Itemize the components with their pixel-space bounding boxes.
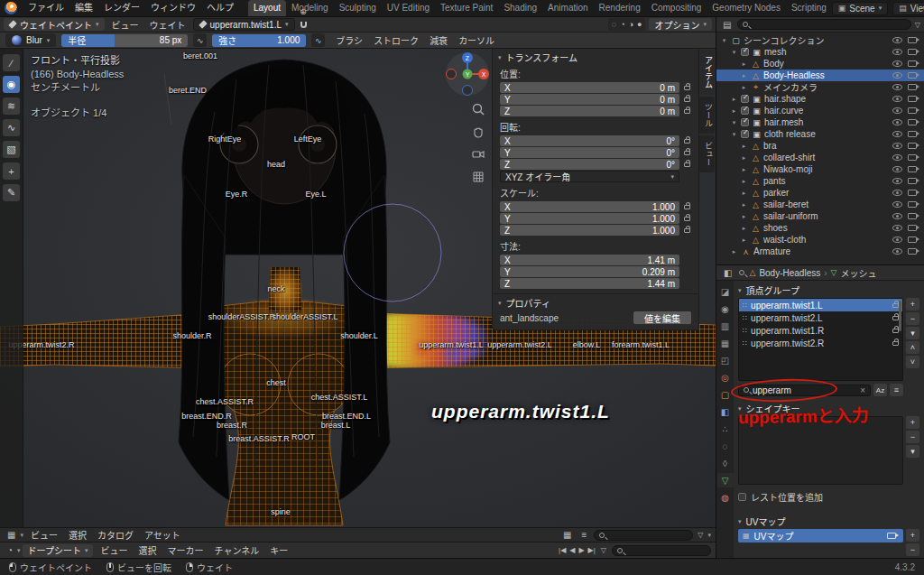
asset-menu-0[interactable]: ビュー <box>25 531 63 541</box>
draw-tool[interactable]: ∕ <box>3 54 20 71</box>
expand-arrow-icon[interactable]: ▸ <box>740 190 748 197</box>
lock-icon[interactable] <box>684 217 690 221</box>
number-field-y[interactable]: Y0° <box>500 147 679 158</box>
hide-viewport-icon[interactable] <box>892 131 902 137</box>
disable-render-icon[interactable] <box>908 236 917 243</box>
jump-end-icon[interactable]: ▶| <box>588 546 596 554</box>
hide-viewport-icon[interactable] <box>892 166 902 172</box>
hide-viewport-icon[interactable] <box>892 72 902 79</box>
disable-render-icon[interactable] <box>908 37 917 43</box>
workspace-tab-uv-editing[interactable]: UV Editing <box>382 0 435 16</box>
move-group-up-button[interactable]: ˄ <box>906 341 919 354</box>
disable-render-icon[interactable] <box>908 166 917 172</box>
workspace-tab-animation[interactable]: Animation <box>542 0 593 16</box>
view-layer-selector[interactable]: ▤ View Layer ▾ <box>892 2 924 15</box>
outliner-row-sailar-beret[interactable]: ▸△sailar-beret <box>716 199 924 210</box>
disable-render-icon[interactable] <box>908 107 917 114</box>
add-uv-map-button[interactable]: + <box>906 529 919 542</box>
blender-logo-icon[interactable] <box>5 2 17 14</box>
smear-tool[interactable]: ∿ <box>3 119 20 136</box>
hide-viewport-icon[interactable] <box>892 225 902 231</box>
hide-viewport-icon[interactable] <box>892 107 902 114</box>
scrollbar[interactable] <box>899 301 901 331</box>
disable-render-icon[interactable] <box>908 96 917 102</box>
n-panel-tab-ツール[interactable]: ツール <box>699 97 715 134</box>
outliner-row-shoes[interactable]: ▸△shoes <box>716 222 924 234</box>
lock-icon[interactable] <box>892 316 899 320</box>
hide-viewport-icon[interactable] <box>892 84 902 90</box>
tab-physics[interactable]: ◌ <box>717 439 734 453</box>
breadcrumb-item[interactable]: メッシュ <box>840 266 876 280</box>
lock-icon[interactable] <box>684 151 690 155</box>
shape-key-specials-button[interactable]: ▾ <box>906 445 919 458</box>
workspace-tab-rendering[interactable]: Rendering <box>594 0 646 16</box>
collection-checkbox[interactable] <box>741 107 749 115</box>
expand-arrow-icon[interactable]: ▾ <box>720 37 728 44</box>
number-field-z[interactable]: Z0 m <box>500 106 679 116</box>
n-panel-tab-アイテム[interactable]: アイテム <box>699 50 715 95</box>
outliner-editor-icon[interactable]: ▤ <box>720 20 734 30</box>
hide-viewport-icon[interactable] <box>892 190 902 196</box>
sample-weight-tool[interactable]: + <box>3 162 20 180</box>
tab-data[interactable]: ▽ <box>717 473 734 487</box>
render-active-icon[interactable] <box>887 533 896 539</box>
tab-material[interactable]: ◍ <box>717 490 734 505</box>
remove-uv-map-button[interactable]: − <box>906 543 919 556</box>
outliner-row-Body[interactable]: ▸△Body <box>716 58 924 70</box>
breadcrumb-item[interactable]: Body-Headless <box>759 268 820 278</box>
disable-render-icon[interactable] <box>908 143 917 149</box>
gradient-tool[interactable]: ▧ <box>3 141 20 158</box>
hide-viewport-icon[interactable] <box>892 236 902 243</box>
vertex-group-search-field[interactable]: × <box>738 385 871 396</box>
zoom-icon[interactable] <box>470 101 485 116</box>
play-reverse-icon[interactable]: ◀ <box>569 546 575 554</box>
disable-render-icon[interactable] <box>908 201 917 208</box>
expand-arrow-icon[interactable]: ▸ <box>740 84 748 91</box>
tool-menu-1[interactable]: ストローク <box>368 36 424 46</box>
outliner-row-bra[interactable]: ▸△bra <box>716 140 924 152</box>
options-dropdown[interactable]: オプション ▾ <box>649 18 712 31</box>
outliner-row-メインカメラ[interactable]: ▸⌖メインカメラ <box>716 81 924 93</box>
tool-menu-0[interactable]: ブラシ <box>330 36 368 46</box>
lock-icon[interactable] <box>892 341 899 346</box>
strength-pressure-button[interactable]: ∿ <box>311 33 325 47</box>
tab-constraints[interactable]: ◊ <box>717 456 734 470</box>
solid-shading-icon[interactable]: ◔ <box>620 20 624 29</box>
wireframe-shading-icon[interactable]: ◌ <box>612 20 616 29</box>
lock-icon[interactable] <box>684 86 690 90</box>
mode-dropdown[interactable]: ウェイトペイント ▾ <box>4 18 105 31</box>
vertex-group-row[interactable]: ∷upperarm.twist2.R <box>739 337 902 349</box>
dope-sheet-menu-2[interactable]: マーカー <box>162 546 208 556</box>
grid-toggle-icon[interactable] <box>470 169 485 184</box>
disable-render-icon[interactable] <box>908 131 917 137</box>
expand-arrow-icon[interactable]: ▸ <box>730 107 738 115</box>
navigation-gizmo[interactable]: Z X Y <box>444 51 491 97</box>
expand-arrow-icon[interactable]: ▸ <box>740 236 748 244</box>
rest-position-checkbox[interactable] <box>738 493 746 501</box>
number-field-x[interactable]: X1.000 <box>500 201 679 212</box>
hide-viewport-icon[interactable] <box>892 37 902 43</box>
vertex-group-search-input[interactable] <box>753 385 856 395</box>
jump-start-icon[interactable]: |◀ <box>559 546 566 554</box>
outliner-row-parker[interactable]: ▸△parker <box>716 187 924 199</box>
tab-scene[interactable]: ◰ <box>717 353 734 367</box>
disable-render-icon[interactable] <box>908 225 917 231</box>
uv-maps-panel-header[interactable]: ▾ UVマップ <box>738 515 919 528</box>
blur-tool[interactable]: ◉ <box>3 76 20 93</box>
disable-render-icon[interactable] <box>908 49 917 55</box>
workspace-tab-layout[interactable]: Layout <box>248 0 286 16</box>
lock-icon[interactable] <box>684 228 690 233</box>
viewport-menu-0[interactable]: ビュー <box>106 21 144 31</box>
number-field-x[interactable]: X0° <box>500 135 679 146</box>
tab-particles[interactable]: ∴ <box>717 422 734 436</box>
number-field-x[interactable]: X1.41 m <box>500 255 679 265</box>
tab-world[interactable]: ◎ <box>717 370 734 385</box>
filter-icon[interactable]: ▽ <box>698 531 703 539</box>
rendered-shading-icon[interactable]: ● <box>637 20 642 29</box>
lock-icon[interactable] <box>684 109 690 114</box>
lock-icon[interactable] <box>684 97 690 102</box>
move-group-down-button[interactable]: ˅ <box>906 356 919 368</box>
hide-viewport-icon[interactable] <box>892 178 902 184</box>
asset-browser-editor-icon[interactable]: ▦ <box>5 530 18 540</box>
n-panel-tab-ビュー[interactable]: ビュー <box>699 135 715 172</box>
